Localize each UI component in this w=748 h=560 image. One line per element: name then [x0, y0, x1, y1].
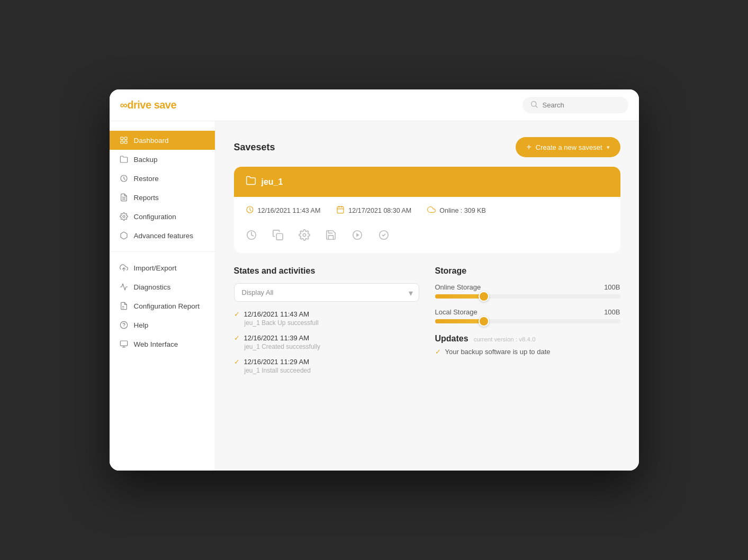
- sidebar-item-advanced[interactable]: Advanced features: [110, 226, 215, 245]
- storage-section: Storage Online Storage 100B: [435, 266, 620, 323]
- grid-icon: [119, 136, 129, 145]
- create-saveset-button[interactable]: + Create a new saveset ▾: [516, 137, 620, 157]
- check-icon-1: ✓: [234, 310, 240, 318]
- check-icon-2: ✓: [234, 334, 240, 342]
- sidebar-label-reports: Reports: [134, 194, 159, 202]
- activity-time-2: ✓ 12/16/2021 11:39 AM: [234, 334, 419, 342]
- svg-point-0: [531, 102, 536, 106]
- copy-action-icon[interactable]: [272, 229, 284, 243]
- saveset-name: jeu_1: [262, 177, 283, 187]
- activity-time-1: ✓ 12/16/2021 11:43 AM: [234, 310, 419, 318]
- sidebar-item-config-report[interactable]: Configuration Report: [110, 296, 215, 315]
- monitor-icon: [119, 339, 129, 349]
- savesets-header: Savesets + Create a new saveset ▾: [234, 137, 620, 157]
- sidebar-item-backup[interactable]: Backup: [110, 150, 215, 169]
- sidebar-item-dashboard[interactable]: Dashboard: [110, 131, 215, 150]
- settings-action-icon[interactable]: [299, 229, 310, 243]
- app-container: ∞drive save Dashboard: [110, 89, 639, 471]
- chevron-down-icon: ▾: [607, 144, 610, 151]
- sidebar-item-configuration[interactable]: Configuration: [110, 207, 215, 226]
- svg-rect-19: [337, 207, 344, 213]
- local-storage-label-row: Local Storage 100B: [435, 308, 620, 316]
- sidebar-label-backup: Backup: [134, 156, 158, 164]
- check-icon-3: ✓: [234, 358, 240, 366]
- svg-rect-2: [121, 137, 123, 140]
- sidebar-item-import-export[interactable]: Import/Export: [110, 258, 215, 277]
- box-icon: [119, 231, 129, 240]
- svg-rect-15: [120, 341, 127, 346]
- sidebar-label-configuration: Configuration: [134, 213, 176, 221]
- history-action-icon[interactable]: [246, 229, 257, 243]
- svg-marker-27: [356, 233, 359, 237]
- sidebar-item-restore[interactable]: Restore: [110, 169, 215, 188]
- search-area: [522, 97, 628, 113]
- svg-line-1: [536, 106, 537, 107]
- online-storage-label-row: Online Storage 100B: [435, 283, 620, 291]
- activity-desc-2: jeu_1 Created successfully: [234, 343, 419, 350]
- svg-rect-4: [121, 141, 123, 143]
- local-storage-fill: [435, 319, 487, 323]
- svg-rect-24: [276, 233, 283, 240]
- sidebar-label-config-report: Configuration Report: [134, 302, 200, 310]
- updates-section: Updates current version : v8.4.0 ✓ Your …: [435, 334, 620, 356]
- top-bar: ∞drive save: [110, 89, 639, 121]
- play-action-icon[interactable]: [352, 229, 363, 243]
- sidebar-item-help[interactable]: Help: [110, 315, 215, 335]
- activity-time-3: ✓ 12/16/2021 11:29 AM: [234, 358, 419, 366]
- updates-version: current version : v8.4.0: [474, 336, 536, 342]
- svg-rect-3: [124, 137, 127, 140]
- save-action-icon[interactable]: [325, 229, 337, 243]
- svg-point-25: [303, 233, 306, 237]
- states-title: States and activities: [234, 266, 419, 276]
- right-panel: Storage Online Storage 100B: [435, 266, 620, 382]
- restore-icon: [119, 174, 129, 183]
- sidebar: Dashboard Backup Restore: [110, 121, 215, 471]
- updates-title: Updates: [435, 334, 468, 344]
- check-action-icon[interactable]: [378, 229, 390, 243]
- backup-date-info: 12/16/2021 11:43 AM: [246, 205, 321, 215]
- saveset-card-info: 12/16/2021 11:43 AM 12/17/2021 08:30 AM …: [234, 197, 620, 224]
- folder-icon: [119, 155, 129, 164]
- activity-desc-1: jeu_1 Back Up successfull: [234, 319, 419, 327]
- sidebar-label-restore: Restore: [134, 175, 159, 183]
- savesets-title: Savesets: [234, 142, 275, 153]
- update-status-item: ✓ Your backup software is up to date: [435, 348, 620, 356]
- file-list-icon: [119, 301, 129, 311]
- sidebar-item-reports[interactable]: Reports: [110, 188, 215, 207]
- upload-cloud-icon: [119, 263, 129, 273]
- file-text-icon: [119, 193, 129, 202]
- local-storage-value: 100B: [604, 308, 620, 316]
- online-storage-value: 100B: [604, 283, 620, 291]
- states-section: States and activities Display All ▾ ✓ 12…: [234, 266, 419, 382]
- updates-header: Updates current version : v8.4.0: [435, 334, 620, 344]
- svg-rect-5: [124, 141, 127, 143]
- sidebar-item-web-interface[interactable]: Web Interface: [110, 335, 215, 354]
- states-filter-select[interactable]: Display All: [234, 283, 419, 302]
- logo-area: ∞drive save: [120, 99, 226, 111]
- logo: ∞drive save: [120, 99, 177, 111]
- local-storage-item: Local Storage 100B: [435, 308, 620, 323]
- activity-item-2: ✓ 12/16/2021 11:39 AM jeu_1 Created succ…: [234, 334, 419, 350]
- sidebar-label-import-export: Import/Export: [134, 264, 177, 272]
- svg-point-13: [120, 321, 127, 328]
- plus-icon: +: [526, 142, 531, 152]
- svg-point-9: [123, 215, 125, 218]
- online-storage-item: Online Storage 100B: [435, 283, 620, 299]
- search-box: [522, 97, 628, 113]
- online-storage-fill: [435, 294, 487, 299]
- search-input[interactable]: [543, 101, 621, 109]
- saveset-card-header[interactable]: jeu_1: [234, 167, 620, 197]
- clock-icon: [246, 205, 254, 215]
- help-circle-icon: [119, 320, 129, 330]
- sidebar-item-diagnostics[interactable]: Diagnostics: [110, 277, 215, 296]
- update-check-icon: ✓: [435, 348, 441, 356]
- main-layout: Dashboard Backup Restore: [110, 121, 639, 471]
- cloud-icon: [427, 205, 436, 215]
- settings-icon: [119, 212, 129, 221]
- activity-item-3: ✓ 12/16/2021 11:29 AM jeu_1 Install succ…: [234, 358, 419, 374]
- sidebar-secondary-section: Import/Export Diagnostics Configuration …: [110, 251, 215, 358]
- local-storage-label: Local Storage: [435, 308, 477, 316]
- storage-title: Storage: [435, 266, 620, 276]
- saveset-folder-icon: [246, 175, 256, 188]
- online-storage-bar: [435, 294, 620, 299]
